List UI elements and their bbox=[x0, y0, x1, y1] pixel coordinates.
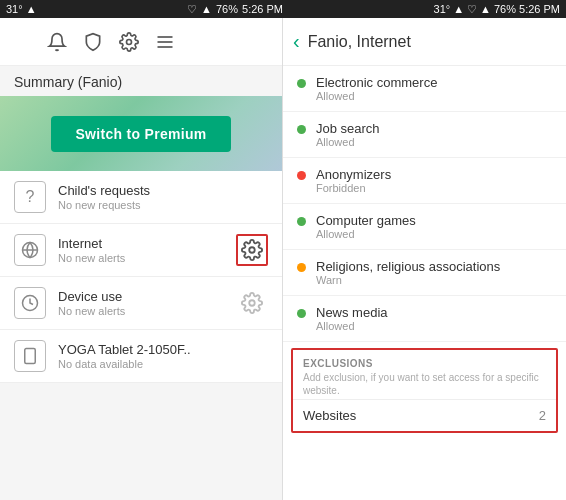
status-temp-right: 31° bbox=[434, 3, 451, 15]
device-use-text: Device use No new alerts bbox=[58, 289, 224, 317]
exclusions-header: EXCLUSIONS Add exclusion, if you want to… bbox=[293, 350, 556, 399]
category-dot bbox=[297, 171, 306, 180]
svg-point-0 bbox=[127, 39, 132, 44]
category-status: Allowed bbox=[316, 320, 388, 332]
internet-title: Internet bbox=[58, 236, 224, 251]
category-text: Religions, religious associations Warn bbox=[316, 259, 500, 286]
right-nav-bar: ‹ Fanio, Internet bbox=[283, 18, 566, 66]
list-item[interactable]: ? Child's requests No new requests bbox=[0, 171, 282, 224]
category-status: Allowed bbox=[316, 228, 416, 240]
svg-point-6 bbox=[249, 247, 255, 253]
status-time: 5:26 PM bbox=[242, 3, 283, 15]
category-status: Allowed bbox=[316, 90, 437, 102]
childs-requests-icon: ? bbox=[14, 181, 46, 213]
banner-area: Switch to Premium bbox=[0, 96, 282, 171]
internet-settings-button[interactable] bbox=[236, 234, 268, 266]
internet-subtitle: No new alerts bbox=[58, 252, 224, 264]
category-dot bbox=[297, 125, 306, 134]
yoga-tablet-icon bbox=[14, 340, 46, 372]
category-item[interactable]: Anonymizers Forbidden bbox=[283, 158, 566, 204]
shield-icon[interactable] bbox=[82, 31, 104, 53]
settings-icon[interactable] bbox=[118, 31, 140, 53]
childs-requests-text: Child's requests No new requests bbox=[58, 183, 268, 211]
category-name: News media bbox=[316, 305, 388, 320]
category-name: Computer games bbox=[316, 213, 416, 228]
category-item[interactable]: News media Allowed bbox=[283, 296, 566, 342]
status-wifi-icon: ▲ bbox=[201, 3, 212, 15]
category-status: Warn bbox=[316, 274, 500, 286]
yoga-tablet-title: YOGA Tablet 2-1050F.. bbox=[58, 342, 268, 357]
websites-exclusion-item[interactable]: Websites 2 bbox=[293, 399, 556, 431]
left-panel: Summary (Fanio) Switch to Premium ? Chil… bbox=[0, 18, 283, 500]
category-item[interactable]: Electronic commerce Allowed bbox=[283, 66, 566, 112]
status-bar: 31° ▲ ♡ ▲ 76% 5:26 PM 31° ▲ ♡ ▲ 76% 5:26… bbox=[0, 0, 566, 18]
category-item[interactable]: Computer games Allowed bbox=[283, 204, 566, 250]
status-signal-right: ▲ bbox=[453, 3, 464, 15]
category-name: Electronic commerce bbox=[316, 75, 437, 90]
internet-list-item[interactable]: Internet No new alerts bbox=[0, 224, 282, 277]
status-battery-right: 76% bbox=[494, 3, 516, 15]
menu-icon[interactable] bbox=[154, 31, 176, 53]
status-location-right: ♡ bbox=[467, 3, 477, 16]
category-item[interactable]: Religions, religious associations Warn bbox=[283, 250, 566, 296]
category-name: Job search bbox=[316, 121, 380, 136]
exclusions-description: Add exclusion, if you want to set access… bbox=[303, 371, 546, 397]
page-title: Summary (Fanio) bbox=[0, 66, 282, 96]
exclusions-title: EXCLUSIONS bbox=[303, 358, 546, 369]
right-panel-title: Fanio, Internet bbox=[308, 33, 411, 51]
yoga-tablet-list-item[interactable]: YOGA Tablet 2-1050F.. No data available bbox=[0, 330, 282, 383]
category-text: Job search Allowed bbox=[316, 121, 380, 148]
status-wifi-right: ▲ bbox=[480, 3, 491, 15]
category-name: Anonymizers bbox=[316, 167, 391, 182]
status-location-icon: ♡ bbox=[187, 3, 197, 16]
category-dot bbox=[297, 309, 306, 318]
websites-count: 2 bbox=[539, 408, 546, 423]
category-text: News media Allowed bbox=[316, 305, 388, 332]
category-text: Computer games Allowed bbox=[316, 213, 416, 240]
bell-icon[interactable] bbox=[46, 31, 68, 53]
category-dot bbox=[297, 263, 306, 272]
websites-label: Websites bbox=[303, 408, 356, 423]
internet-icon bbox=[14, 234, 46, 266]
status-bar-right: 31° ▲ ♡ ▲ 76% 5:26 PM bbox=[434, 3, 560, 16]
device-use-subtitle: No new alerts bbox=[58, 305, 224, 317]
category-text: Anonymizers Forbidden bbox=[316, 167, 391, 194]
status-signal-icon: ▲ bbox=[26, 3, 37, 15]
device-use-list-item[interactable]: Device use No new alerts bbox=[0, 277, 282, 330]
internet-text: Internet No new alerts bbox=[58, 236, 224, 264]
status-bar-left: 31° ▲ bbox=[6, 3, 37, 15]
device-use-settings-button[interactable] bbox=[236, 287, 268, 319]
left-nav-icons bbox=[12, 31, 176, 53]
right-panel: ‹ Fanio, Internet Electronic commerce Al… bbox=[283, 18, 566, 500]
status-battery: 76% bbox=[216, 3, 238, 15]
category-status: Allowed bbox=[316, 136, 380, 148]
category-name: Religions, religious associations bbox=[316, 259, 500, 274]
status-bar-center: ♡ ▲ 76% 5:26 PM bbox=[187, 3, 283, 16]
device-use-icon bbox=[14, 287, 46, 319]
grid-nav-icon[interactable] bbox=[12, 32, 32, 52]
status-temp: 31° bbox=[6, 3, 23, 15]
category-status: Forbidden bbox=[316, 182, 391, 194]
category-dot bbox=[297, 217, 306, 226]
childs-requests-title: Child's requests bbox=[58, 183, 268, 198]
device-use-title: Device use bbox=[58, 289, 224, 304]
category-text: Electronic commerce Allowed bbox=[316, 75, 437, 102]
yoga-tablet-subtitle: No data available bbox=[58, 358, 268, 370]
back-button[interactable]: ‹ bbox=[293, 30, 300, 53]
categories-list: Electronic commerce Allowed Job search A… bbox=[283, 66, 566, 342]
yoga-tablet-text: YOGA Tablet 2-1050F.. No data available bbox=[58, 342, 268, 370]
category-dot bbox=[297, 79, 306, 88]
category-item[interactable]: Job search Allowed bbox=[283, 112, 566, 158]
exclusions-section: EXCLUSIONS Add exclusion, if you want to… bbox=[291, 348, 558, 433]
switch-to-premium-button[interactable]: Switch to Premium bbox=[51, 116, 230, 152]
childs-requests-subtitle: No new requests bbox=[58, 199, 268, 211]
svg-point-8 bbox=[249, 300, 255, 306]
status-time-right: 5:26 PM bbox=[519, 3, 560, 15]
left-nav-bar bbox=[0, 18, 282, 66]
